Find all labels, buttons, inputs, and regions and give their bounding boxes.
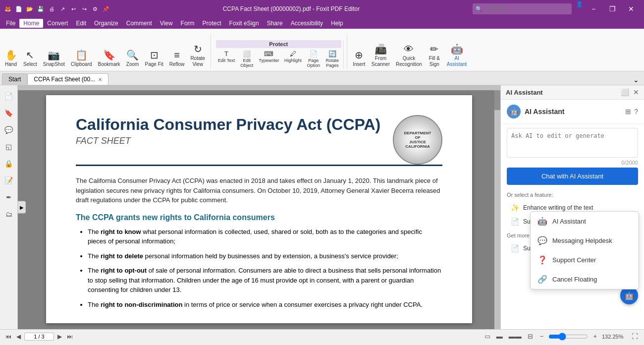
open-icon[interactable]: 📂 (26, 5, 34, 13)
bookmark-button[interactable]: 🔖 Bookmark (96, 48, 123, 69)
ai-panel-header: AI Assistant ⬜ ✕ (501, 85, 644, 100)
main-content: 📄 🔖 💬 ◱ 🔒 📝 ✒ 🗂 ▶ California Consumer Pr… (0, 85, 644, 329)
sidebar-pages-icon[interactable]: 📄 (2, 89, 16, 103)
redo-icon[interactable]: ↪ (80, 5, 88, 13)
ai-help-icon[interactable]: ? (634, 108, 638, 115)
menu-file[interactable]: File (2, 19, 19, 28)
reflow-button[interactable]: ≡ Reflow (167, 48, 187, 69)
edit-text-button[interactable]: T Edit Text (216, 49, 237, 69)
scroll-thumb[interactable] (494, 90, 500, 110)
rotate-pages-button[interactable]: 🔄 RotatePages (323, 49, 341, 69)
sidebar-stamps-icon[interactable]: 🗂 (2, 207, 16, 221)
pin-icon[interactable]: 📌 (102, 5, 110, 13)
menu-protect[interactable]: Protect (199, 19, 225, 28)
pdf-area[interactable]: California Consumer Privacy Act (CCPA) F… (18, 85, 500, 329)
menu-organize[interactable]: Organize (90, 19, 122, 28)
continuous-page-icon[interactable]: ▬ (494, 332, 505, 341)
protect-label[interactable]: Protect (216, 40, 341, 48)
typewriter-button[interactable]: ⌨ Typewriter (257, 49, 281, 69)
page-option-button[interactable]: 📄 PageOption (305, 49, 322, 69)
vertical-scrollbar[interactable] (494, 85, 500, 329)
menu-share[interactable]: Share (263, 19, 287, 28)
menu-home[interactable]: Home (19, 19, 43, 28)
ai-grid-icon[interactable]: ⊞ (625, 108, 631, 115)
dropdown-cancel-label: Cancel Floating (552, 276, 597, 283)
undo-icon[interactable]: ↩ (69, 5, 77, 13)
window-title: CCPA Fact Sheet (00000002).pdf - Foxit P… (114, 5, 469, 12)
prev-page-button[interactable]: ◀ (15, 333, 22, 341)
fill-sign-button[interactable]: ✏ Fill &Sign (426, 42, 443, 69)
first-page-button[interactable]: ⏮ (4, 333, 13, 341)
page-number-input[interactable] (24, 333, 54, 341)
user-icon[interactable]: 👤 (576, 0, 584, 8)
menu-comment[interactable]: Comment (122, 19, 156, 28)
menu-help[interactable]: Help (327, 19, 347, 28)
ai-panel-expand-icon[interactable]: ⬜ (621, 88, 629, 96)
select-button[interactable]: ↖ Select (21, 48, 40, 69)
tab-close-icon[interactable]: ✕ (98, 77, 102, 82)
print-icon[interactable]: 🖨 (48, 5, 55, 13)
dropdown-support-center[interactable]: ❓ Support Center (531, 250, 639, 270)
next-page-button[interactable]: ▶ (56, 333, 63, 341)
dropdown-ai-icon: 🤖 (537, 217, 547, 226)
zoom-in-button[interactable]: + (591, 332, 599, 341)
menu-view[interactable]: View (156, 19, 177, 28)
right-to-non-discrimination-text: in terms of price or service when a cons… (182, 301, 423, 308)
highlight-button[interactable]: 🖊 Highlight (282, 49, 304, 69)
zoom-slider[interactable] (548, 333, 588, 341)
sidebar-comments-icon[interactable]: 💬 (2, 123, 16, 137)
last-page-button[interactable]: ⏭ (65, 333, 74, 341)
sidebar-security-icon[interactable]: 🔒 (2, 157, 16, 171)
minimize-button[interactable]: − (585, 0, 602, 18)
sidebar-layers-icon[interactable]: ◱ (2, 140, 16, 154)
share-icon[interactable]: ↗ (58, 5, 66, 13)
ai-assistant-ribbon-button[interactable]: 🤖 AIAssistant (444, 42, 470, 69)
fullscreen-icon[interactable]: ⛶ (630, 332, 640, 341)
rotate-view-button[interactable]: ↻ RotateView (188, 42, 207, 69)
dropdown-messaging-helpdesk[interactable]: 💬 Messaging Helpdesk (531, 231, 639, 250)
menu-accessibility[interactable]: Accessibility (287, 19, 327, 28)
chat-with-ai-button[interactable]: Chat with AI Assistant (507, 168, 638, 185)
new-icon[interactable]: 📄 (15, 5, 23, 13)
facing-continuous-icon[interactable]: ⊟ (526, 332, 535, 341)
tab-ccpa[interactable]: CCPA Fact Sheet (00... ✕ (27, 73, 108, 85)
sidebar-toggle-button[interactable]: ▶ (18, 201, 26, 214)
dropdown-ai-assistant[interactable]: 🤖 AI Assistant (531, 212, 639, 231)
cursor-icon: ↖ (26, 49, 34, 61)
ai-input-field[interactable] (507, 128, 638, 158)
save-icon[interactable]: 💾 (37, 5, 45, 13)
extra-icon[interactable]: ⚙ (91, 5, 99, 13)
menu-form[interactable]: Form (177, 19, 199, 28)
sidebar-signature-icon[interactable]: ✒ (2, 190, 16, 204)
zoom-button[interactable]: 🔍 Zoom (124, 48, 142, 69)
menu-bar: File Home Convert Edit Organize Comment … (0, 18, 644, 29)
menu-edit[interactable]: Edit (72, 19, 90, 28)
recognition-icon: 👁 (404, 44, 414, 55)
close-button[interactable]: ✕ (622, 0, 640, 18)
sidebar-bookmarks-icon[interactable]: 🔖 (2, 106, 16, 120)
restore-button[interactable]: ❐ (603, 0, 621, 18)
quick-recognition-button[interactable]: 👁 QuickRecognition (393, 42, 425, 69)
page-fit-button[interactable]: ⊡ Page Fit (143, 48, 166, 69)
zoom-out-button[interactable]: − (538, 332, 546, 341)
view-icons: ▭ ▬ ▬▬ ⊟ (483, 332, 535, 341)
menu-convert[interactable]: Convert (43, 19, 72, 28)
tab-scroll-icon[interactable]: ⌄ (630, 75, 642, 85)
horizontal-scrollbar[interactable] (18, 85, 494, 90)
clipboard-button[interactable]: 📋 Clipboard (68, 48, 95, 69)
sidebar-text-icon[interactable]: 📝 (2, 173, 16, 187)
enhance-icon: ✨ (511, 204, 519, 212)
insert-button[interactable]: ⊕ Insert (350, 48, 368, 69)
from-scanner-button[interactable]: 📠 FromScanner (369, 42, 392, 69)
facing-page-icon[interactable]: ▬▬ (507, 332, 524, 341)
search-input[interactable] (473, 3, 572, 14)
tab-start[interactable]: Start (2, 73, 27, 85)
snapshot-button[interactable]: 📷 SnapShot (41, 48, 67, 69)
dropdown-cancel-floating[interactable]: 🔗 Cancel Floating (531, 270, 639, 289)
ai-panel-close-icon[interactable]: ✕ (633, 88, 639, 96)
hand-button[interactable]: ✋ Hand (2, 48, 20, 69)
pdf-seal: DEPARTMENTOFJUSTICECALIFORNIA (393, 115, 442, 165)
edit-object-button[interactable]: ⬜ EditObject (238, 49, 256, 69)
menu-foxit-esign[interactable]: Foxit eSign (225, 19, 263, 28)
single-page-icon[interactable]: ▭ (483, 332, 492, 341)
